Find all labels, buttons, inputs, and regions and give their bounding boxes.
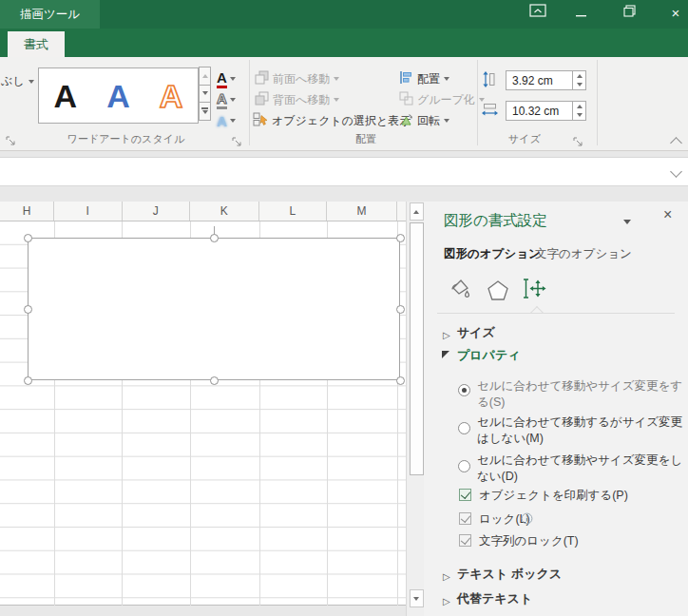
pane-tab-text-options[interactable]: 文字のオプション: [535, 246, 632, 262]
checkbox-print-object[interactable]: [459, 489, 471, 501]
tab-format[interactable]: 書式: [8, 31, 65, 57]
text-fill-button[interactable]: A: [217, 69, 247, 88]
effects-tab-icon[interactable]: [487, 279, 509, 304]
triangle-right-icon: ▷: [443, 591, 450, 608]
ribbon-display-options-button[interactable]: [526, 0, 549, 25]
bring-forward-icon: [255, 70, 269, 88]
selection-pane-button[interactable]: オブジェクトの選択と表示: [253, 111, 411, 130]
expand-formula-bar-chevron[interactable]: [670, 165, 682, 178]
checkbox-print-object-label[interactable]: オブジェクトを印刷する(P): [479, 488, 628, 504]
radio-move-and-size-label[interactable]: セルに合わせて移動やサイズ変更をする(S): [477, 378, 682, 411]
rotate-button[interactable]: 回転: [399, 111, 449, 130]
resize-handle-bottom-right[interactable]: [396, 376, 405, 385]
ribbon-tab-row: 実行したい作業を入力してください 共有: [0, 29, 688, 57]
shape-styles-dialog-launcher[interactable]: [6, 133, 16, 144]
vertical-scrollbar[interactable]: [406, 202, 424, 616]
section-text-box[interactable]: テキスト ボックス: [457, 566, 562, 583]
chevron-down-icon: [479, 98, 485, 102]
info-icon[interactable]: [521, 511, 533, 529]
resize-handle-middle-right[interactable]: [396, 305, 405, 314]
arrange-group-label: 配置: [323, 132, 409, 146]
scrollbar-thumb[interactable]: [410, 222, 424, 475]
rotate-icon: [399, 112, 413, 130]
scroll-down-button[interactable]: [410, 589, 424, 607]
selected-shape[interactable]: [28, 238, 400, 380]
shape-height-spinner[interactable]: [572, 71, 585, 89]
checkbox-locked[interactable]: [459, 512, 471, 525]
separator-strip: [0, 186, 688, 202]
section-size[interactable]: サイズ: [457, 324, 495, 341]
section-alt-text[interactable]: 代替テキスト: [457, 590, 532, 607]
checkbox-lock-text-label[interactable]: 文字列のロック(T): [479, 533, 579, 549]
wordart-styles-dialog-launcher[interactable]: [232, 134, 242, 144]
column-header-h[interactable]: H: [0, 202, 54, 221]
radio-move-only-label[interactable]: セルに合わせて移動するがサイズ変更はしない(M): [477, 414, 682, 447]
chevron-down-icon: [334, 77, 339, 81]
formula-bar[interactable]: [0, 157, 688, 186]
text-outline-button[interactable]: A: [217, 90, 247, 109]
pane-tab-shape-options[interactable]: 図形のオプション: [444, 246, 541, 262]
triangle-down-icon: [413, 597, 419, 601]
group-objects-icon: [399, 91, 413, 109]
wordart-styles-group-label: ワードアートのスタイル: [57, 132, 195, 146]
shape-width-field[interactable]: 10.32 cm: [506, 101, 586, 121]
gallery-more-button[interactable]: [199, 102, 211, 121]
group-separator: [597, 60, 598, 145]
size-and-properties-tab-icon[interactable]: [523, 277, 548, 304]
wordart-style-orange-outline[interactable]: A: [160, 80, 183, 112]
minimize-icon: [576, 4, 587, 21]
fill-and-line-tab-icon[interactable]: [447, 278, 471, 304]
radio-move-and-size-with-cells[interactable]: [458, 384, 470, 396]
triangle-right-icon: ▷: [443, 325, 450, 342]
text-effects-icon: A: [217, 114, 227, 128]
triangle-down-icon: [202, 110, 208, 114]
shape-width-spinner[interactable]: [572, 102, 585, 120]
triangle-up-icon: [202, 74, 208, 78]
triangle-right-icon: ▷: [443, 567, 450, 584]
radio-dont-move-or-size-with-cells[interactable]: [458, 460, 470, 472]
scroll-up-button[interactable]: [410, 202, 424, 221]
resize-handle-top-middle[interactable]: [210, 234, 219, 242]
triangle-down-icon: [202, 91, 208, 95]
column-header-i[interactable]: I: [54, 202, 123, 221]
wordart-style-black[interactable]: A: [54, 80, 78, 112]
restore-button[interactable]: [618, 0, 640, 25]
resize-handle-middle-left[interactable]: [24, 305, 32, 314]
gallery-scroll-up-button: [199, 67, 211, 86]
pane-options-dropdown-icon[interactable]: [623, 220, 631, 224]
shape-width-value: 10.32 cm: [506, 105, 572, 118]
sheet-bottom-strip: [0, 606, 406, 616]
column-header-k[interactable]: K: [190, 202, 259, 221]
resize-handle-bottom-middle[interactable]: [210, 376, 219, 385]
chevron-down-icon: [444, 119, 449, 123]
text-effects-button[interactable]: A: [217, 111, 247, 130]
gallery-scroll-down-button[interactable]: [199, 85, 211, 104]
triangle-expanded-icon: [442, 351, 449, 358]
close-button[interactable]: ×: [664, 0, 687, 25]
wordart-gallery-scrollbar: [199, 67, 211, 124]
wordart-style-blue[interactable]: A: [106, 80, 130, 112]
align-button[interactable]: 配置: [399, 69, 449, 88]
column-header-m[interactable]: M: [327, 202, 397, 221]
shape-height-icon: [482, 71, 496, 91]
checkbox-lock-text[interactable]: [459, 534, 471, 547]
shape-fill-button-clipped[interactable]: ぶし: [1, 73, 34, 89]
ribbon: ぶし A A A A A A ワードアートのスタイル: [0, 57, 688, 151]
chevron-down-icon: [230, 77, 236, 81]
resize-handle-top-right[interactable]: [396, 234, 405, 242]
excel-window: 描画ツール × 実行したい作業を入力してください: [0, 0, 688, 616]
pane-close-icon[interactable]: ×: [663, 207, 672, 222]
shape-height-field[interactable]: 3.92 cm: [506, 70, 586, 90]
selection-pane-label: オブジェクトの選択と表示: [272, 113, 411, 129]
collapse-ribbon-chevron[interactable]: [670, 137, 682, 149]
radio-move-but-dont-size-with-cells[interactable]: [458, 422, 470, 434]
resize-handle-top-left[interactable]: [24, 234, 32, 242]
resize-handle-bottom-left[interactable]: [24, 376, 32, 385]
size-dialog-launcher[interactable]: [573, 134, 583, 144]
triangle-up-icon: [413, 210, 419, 214]
column-header-l[interactable]: L: [259, 202, 328, 221]
minimize-button[interactable]: [570, 0, 593, 25]
section-properties[interactable]: プロパティ: [457, 347, 521, 364]
column-header-j[interactable]: J: [123, 202, 191, 221]
radio-no-move-label[interactable]: セルに合わせて移動やサイズ変更をしない(D): [477, 452, 682, 485]
